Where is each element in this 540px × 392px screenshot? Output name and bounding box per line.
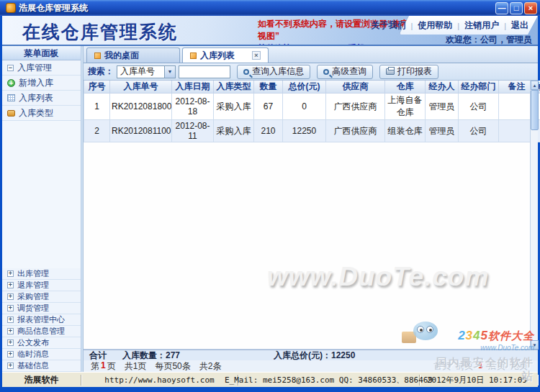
close-button[interactable]: × [524, 2, 537, 14]
col-handler[interactable]: 经办人 [426, 81, 459, 94]
sidebar-item-label: 商品信息管理 [17, 326, 65, 337]
expand-icon[interactable]: + [7, 305, 14, 311]
scrollbar-thumb[interactable] [531, 90, 539, 130]
search-icon [323, 69, 329, 75]
cell-order-no-link[interactable]: RK20120811001 [110, 120, 172, 142]
tab-icon [190, 53, 197, 59]
table-row: 2 RK20120811001 2012-08-11 采购入库 210 1225… [84, 120, 540, 142]
sidebar-item-basic-info[interactable]: + 基础信息 [2, 360, 81, 372]
col-order-no[interactable]: 入库单号 [110, 81, 172, 94]
title-bar[interactable]: 浩展仓库管理系统 — □ × [0, 0, 540, 16]
print-report-button[interactable]: 打印报表 [379, 65, 438, 79]
expand-icon[interactable]: + [7, 363, 14, 369]
button-label: 查询入库信息 [252, 65, 304, 78]
query-inbound-button[interactable]: 查询入库信息 [237, 65, 310, 79]
col-date[interactable]: 入库日期 [172, 81, 214, 94]
page-number-link[interactable]: 1 [478, 360, 483, 373]
cell-warehouse: 上海自备仓库 [385, 94, 426, 120]
tab-icon [94, 53, 101, 59]
sidebar-item-inbound-mgmt[interactable]: − 入库管理 [2, 60, 81, 76]
cell-handler: 管理员 [426, 94, 459, 120]
welcome-text: 欢迎您：公司，管理员 [446, 34, 532, 46]
col-dept[interactable]: 经办部门 [459, 81, 499, 94]
link-exit[interactable]: 退出 [506, 19, 534, 32]
scroll-up-icon[interactable]: ▲ [531, 81, 539, 90]
expand-icon[interactable]: + [7, 328, 14, 334]
next-page-link[interactable]: 后页 [488, 360, 505, 373]
cell-qty: 67 [254, 94, 283, 120]
link-logout-user[interactable]: 注销用户 [459, 19, 504, 32]
cell-total: 0 [283, 94, 326, 120]
search-field-select[interactable]: 入库单号 ▼ [117, 65, 176, 78]
sidebar-item-label: 临时消息 [17, 349, 49, 360]
cell-seq: 2 [84, 120, 110, 142]
collapse-icon[interactable]: − [7, 65, 14, 71]
chevron-down-icon[interactable]: ▼ [164, 66, 175, 78]
sidebar-item-temp-message[interactable]: + 临时消息 [2, 349, 81, 360]
app-window: 浩展仓库管理系统 — □ × 在线仓库管理系统 如看不到系统内容，请设置浏览器“… [0, 0, 540, 392]
expand-icon[interactable]: + [7, 293, 14, 300]
col-note[interactable]: 备注 [499, 81, 535, 94]
advanced-query-button[interactable]: 高级查询 [317, 65, 373, 79]
sidebar-header: 菜单面板 [2, 46, 81, 60]
sidebar-item-label: 出库管理 [17, 268, 49, 279]
expand-icon[interactable]: + [7, 351, 14, 357]
sidebar-item-transfer-mgmt[interactable]: + 调货管理 [2, 303, 81, 314]
col-total[interactable]: 总价(元) [283, 81, 326, 94]
sidebar-item-report-center[interactable]: + 报表管理中心 [2, 314, 81, 326]
scroll-down-icon[interactable]: ▼ [531, 340, 539, 350]
page-info-text: 第 [91, 360, 99, 373]
col-seq[interactable]: 序号 [84, 81, 110, 94]
sidebar-item-return-mgmt[interactable]: + 退库管理 [2, 280, 81, 291]
expand-icon[interactable]: + [7, 270, 14, 277]
table-header-row: 序号 入库单号 入库日期 入库类型 数量 总价(元) 供应商 仓库 经办人 经办… [84, 81, 540, 94]
tab-inbound-list[interactable]: 入库列表 × [182, 47, 269, 63]
tab-label: 我的桌面 [104, 50, 139, 62]
cell-warehouse: 组装仓库 [385, 120, 426, 142]
sidebar-item-new-inbound[interactable]: + 新增入库 [2, 76, 81, 91]
status-url[interactable]: http://www.haoysoft.com [81, 375, 238, 386]
tab-my-desktop[interactable]: 我的桌面 [86, 47, 180, 63]
link-about[interactable]: 关于我们 [366, 19, 410, 32]
sidebar-item-inbound-list[interactable]: 入库列表 [2, 91, 81, 106]
sidebar-item-label: 调货管理 [17, 303, 49, 314]
button-label: 打印报表 [397, 65, 432, 78]
sidebar-item-product-info[interactable]: + 商品信息管理 [2, 326, 81, 337]
status-datetime: 2012年9月10日 10:17:09 [420, 375, 538, 386]
expand-icon[interactable]: + [7, 339, 14, 346]
button-label: 高级查询 [332, 65, 366, 78]
expand-icon[interactable]: + [7, 316, 14, 323]
col-warehouse[interactable]: 仓库 [385, 81, 426, 94]
sidebar-item-label: 采购管理 [17, 291, 49, 302]
sidebar-item-label: 入库列表 [19, 92, 53, 104]
sidebar-item-purchase-mgmt[interactable]: + 采购管理 [2, 291, 81, 303]
vertical-scrollbar[interactable]: ▲ ▼ [530, 81, 538, 350]
sidebar-item-inbound-type[interactable]: 入库类型 [2, 106, 81, 121]
add-icon: + [7, 79, 15, 87]
summary-bar: 合计 入库数量：277 入库总价(元)：12250 [84, 350, 538, 360]
tab-strip: 我的桌面 入库列表 × [84, 46, 538, 63]
last-page-link[interactable]: 尾页 [510, 360, 528, 373]
expand-icon[interactable]: + [7, 282, 14, 288]
search-icon [243, 69, 249, 75]
link-help[interactable]: 使用帮助 [413, 19, 457, 32]
search-input[interactable] [179, 65, 230, 78]
first-page-link[interactable]: 首页 [433, 360, 451, 373]
cell-order-no-link[interactable]: RK20120818001 [110, 94, 172, 120]
maximize-button[interactable]: □ [510, 2, 523, 14]
col-type[interactable]: 入库类型 [214, 81, 254, 94]
sidebar-item-label: 退库管理 [17, 280, 49, 291]
page-info: 第 1 页 共1页 每页50条 共2条 [91, 360, 221, 373]
sidebar-item-label: 新增入库 [19, 77, 53, 89]
prev-page-link[interactable]: 前页 [456, 360, 473, 373]
status-bar: 浩展软件 http://www.haoysoft.com E_Mail: mei… [2, 372, 538, 387]
cell-qty: 210 [254, 120, 283, 142]
sidebar-item-outbound-mgmt[interactable]: + 出库管理 [2, 268, 81, 280]
minimize-button[interactable]: — [495, 2, 508, 14]
tab-close-icon[interactable]: × [252, 51, 261, 60]
sidebar-item-document-publish[interactable]: + 公文发布 [2, 337, 81, 349]
col-supplier[interactable]: 供应商 [326, 81, 385, 94]
cell-date: 2012-08-18 [172, 94, 214, 120]
status-company: 浩展软件 [2, 375, 81, 386]
col-qty[interactable]: 数量 [254, 81, 283, 94]
